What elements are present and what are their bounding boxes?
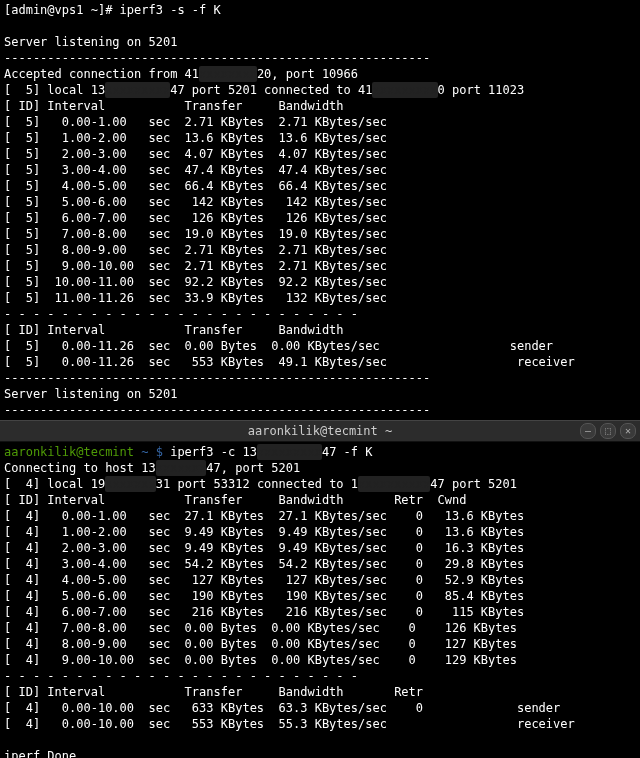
table-row: [ 5] 9.00-10.00 sec 2.71 KBytes 2.71 KBy… (4, 258, 636, 274)
redacted-ip: xxxxxxx (156, 460, 207, 476)
table-header: [ ID] Interval Transfer Bandwidth Retr (4, 684, 636, 700)
table-row: [ 5] 3.00-4.00 sec 47.4 KBytes 47.4 KByt… (4, 162, 636, 178)
table-row: [ 4] 0.00-1.00 sec 27.1 KBytes 27.1 KByt… (4, 508, 636, 524)
connecting-line: Connecting to host 13xxxxxxx47, port 520… (4, 460, 636, 476)
table-row: [ 4] 3.00-4.00 sec 54.2 KBytes 54.2 KByt… (4, 556, 636, 572)
local-line: [ 5] local 13xxxxxxxxx47 port 5201 conne… (4, 82, 636, 98)
client-prompt: aaronkilik@tecmint ~ $ iperf3 -c 13xxxxx… (4, 444, 636, 460)
table-header: [ ID] Interval Transfer Bandwidth Retr C… (4, 492, 636, 508)
summary-receiver: [ 4] 0.00-10.00 sec 553 KBytes 55.3 KByt… (4, 716, 636, 732)
table-row: [ 4] 7.00-8.00 sec 0.00 Bytes 0.00 KByte… (4, 620, 636, 636)
server-prompt: [admin@vps1 ~]# iperf3 -s -f K (4, 2, 636, 18)
table-header: [ ID] Interval Transfer Bandwidth (4, 98, 636, 114)
table-row: [ 5] 2.00-3.00 sec 4.07 KBytes 4.07 KByt… (4, 146, 636, 162)
window-titlebar[interactable]: aaronkilik@tecmint ~ – ⬚ ✕ (0, 420, 640, 442)
summary-receiver: [ 5] 0.00-11.26 sec 553 KBytes 49.1 KByt… (4, 354, 636, 370)
table-row: [ 5] 6.00-7.00 sec 126 KBytes 126 KBytes… (4, 210, 636, 226)
table-row: [ 5] 4.00-5.00 sec 66.4 KBytes 66.4 KByt… (4, 178, 636, 194)
summary-sender: [ 5] 0.00-11.26 sec 0.00 Bytes 0.00 KByt… (4, 338, 636, 354)
table-row: [ 5] 5.00-6.00 sec 142 KBytes 142 KBytes… (4, 194, 636, 210)
redacted-ip: xxxxxxxxx (257, 444, 322, 460)
table-header: [ ID] Interval Transfer Bandwidth (4, 322, 636, 338)
accepted-line: Accepted connection from 41xxxxxxxx20, p… (4, 66, 636, 82)
server-data-rows: [ 5] 0.00-1.00 sec 2.71 KBytes 2.71 KByt… (4, 114, 636, 306)
maximize-icon[interactable]: ⬚ (600, 423, 616, 439)
table-row: [ 4] 5.00-6.00 sec 190 KBytes 190 KBytes… (4, 588, 636, 604)
separator: ----------------------------------------… (4, 370, 636, 386)
client-data-rows: [ 4] 0.00-1.00 sec 27.1 KBytes 27.1 KByt… (4, 508, 636, 668)
table-row: [ 5] 0.00-1.00 sec 2.71 KBytes 2.71 KByt… (4, 114, 636, 130)
iperf-done: iperf Done. (4, 748, 636, 758)
separator: - - - - - - - - - - - - - - - - - - - - … (4, 668, 636, 684)
server-listening: Server listening on 5201 (4, 386, 636, 402)
table-row: [ 5] 10.00-11.00 sec 92.2 KBytes 92.2 KB… (4, 274, 636, 290)
redacted-ip: xxxxxxxxxx (358, 476, 430, 492)
redacted-ip: xxxxxxxxx (372, 82, 437, 98)
separator: ----------------------------------------… (4, 402, 636, 418)
redacted-ip: xxxxxxxxx (105, 82, 170, 98)
redacted-ip: xxxxxxxx (199, 66, 257, 82)
redacted-ip: xxxxxxx (105, 476, 156, 492)
separator: - - - - - - - - - - - - - - - - - - - - … (4, 306, 636, 322)
table-row: [ 4] 2.00-3.00 sec 9.49 KBytes 9.49 KByt… (4, 540, 636, 556)
table-row: [ 4] 1.00-2.00 sec 9.49 KBytes 9.49 KByt… (4, 524, 636, 540)
local-line: [ 4] local 19xxxxxxx31 port 53312 connec… (4, 476, 636, 492)
client-terminal[interactable]: aaronkilik@tecmint ~ $ iperf3 -c 13xxxxx… (0, 442, 640, 758)
minimize-icon[interactable]: – (580, 423, 596, 439)
table-row: [ 4] 6.00-7.00 sec 216 KBytes 216 KBytes… (4, 604, 636, 620)
server-listening: Server listening on 5201 (4, 34, 636, 50)
table-row: [ 5] 11.00-11.26 sec 33.9 KBytes 132 KBy… (4, 290, 636, 306)
table-row: [ 5] 7.00-8.00 sec 19.0 KBytes 19.0 KByt… (4, 226, 636, 242)
close-icon[interactable]: ✕ (620, 423, 636, 439)
separator: ----------------------------------------… (4, 50, 636, 66)
table-row: [ 4] 4.00-5.00 sec 127 KBytes 127 KBytes… (4, 572, 636, 588)
server-terminal[interactable]: [admin@vps1 ~]# iperf3 -s -f K Server li… (0, 0, 640, 420)
table-row: [ 4] 9.00-10.00 sec 0.00 Bytes 0.00 KByt… (4, 652, 636, 668)
window-title: aaronkilik@tecmint ~ (0, 423, 640, 439)
table-row: [ 4] 8.00-9.00 sec 0.00 Bytes 0.00 KByte… (4, 636, 636, 652)
summary-sender: [ 4] 0.00-10.00 sec 633 KBytes 63.3 KByt… (4, 700, 636, 716)
table-row: [ 5] 1.00-2.00 sec 13.6 KBytes 13.6 KByt… (4, 130, 636, 146)
table-row: [ 5] 8.00-9.00 sec 2.71 KBytes 2.71 KByt… (4, 242, 636, 258)
